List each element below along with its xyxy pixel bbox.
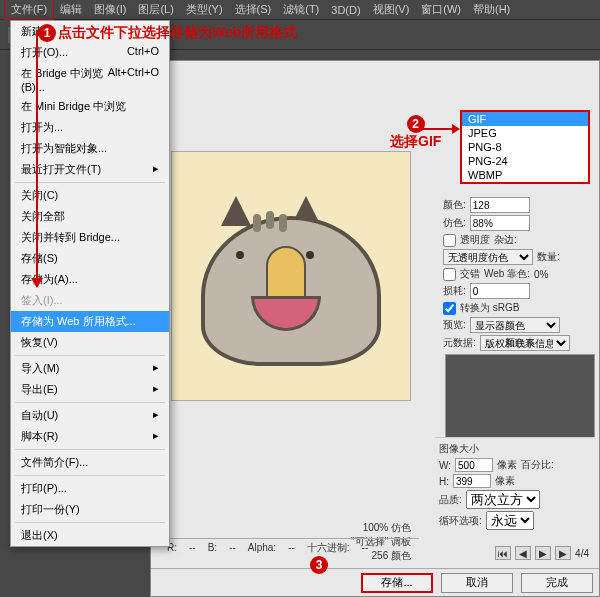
format-opt-gif[interactable]: GIF bbox=[462, 112, 588, 126]
dither-label: 仿色: bbox=[443, 216, 466, 230]
menu-fileinfo[interactable]: 文件简介(F)... bbox=[11, 452, 169, 473]
image-size-title: 图像大小 bbox=[439, 442, 591, 456]
color-table-title: 颜色表 bbox=[445, 336, 595, 350]
misc-label: 杂边: bbox=[494, 233, 517, 247]
menu-closebridge[interactable]: 关闭并转到 Bridge... bbox=[11, 227, 169, 248]
menu-closeall[interactable]: 关闭全部 bbox=[11, 206, 169, 227]
dither-input[interactable] bbox=[470, 215, 530, 231]
preview-label: 预览: bbox=[443, 318, 466, 332]
websnap-val: 0% bbox=[534, 269, 548, 280]
trans-label: 透明度 bbox=[460, 233, 490, 247]
loop-label: 循环选项: bbox=[439, 514, 482, 528]
format-opt-png8[interactable]: PNG-8 bbox=[462, 140, 588, 154]
annotation-arrowhead-1 bbox=[31, 278, 43, 288]
menubar: 文件(F) 编辑 图像(I) 图层(L) 类型(Y) 选择(S) 滤镜(T) 3… bbox=[0, 0, 600, 20]
frame-play-button[interactable]: ▶ bbox=[535, 546, 551, 560]
menu-minibridge[interactable]: 在 Mini Bridge 中浏览 bbox=[11, 96, 169, 117]
menu-revert[interactable]: 恢复(V) bbox=[11, 332, 169, 353]
annotation-1-badge: 1 bbox=[38, 24, 56, 42]
menu-opensmart[interactable]: 打开为智能对象... bbox=[11, 138, 169, 159]
menu-file[interactable]: 文件(F) bbox=[4, 0, 54, 20]
loop-select[interactable]: 永远 bbox=[486, 511, 534, 530]
colors-input[interactable] bbox=[470, 197, 530, 213]
interlace-label: 交错 bbox=[460, 267, 480, 281]
width-label: W: bbox=[439, 460, 451, 471]
frame-next-button[interactable]: ▶ bbox=[555, 546, 571, 560]
format-opt-jpeg[interactable]: JPEG bbox=[462, 126, 588, 140]
menu-view[interactable]: 视图(V) bbox=[367, 0, 416, 19]
qty-label: 数量: bbox=[537, 250, 560, 264]
pct-label: 百分比: bbox=[521, 458, 554, 472]
menu-auto[interactable]: 自动(U)▸ bbox=[11, 405, 169, 426]
menu-close[interactable]: 关闭(C) bbox=[11, 185, 169, 206]
done-button[interactable]: 完成 bbox=[521, 573, 593, 593]
menu-checkin: 签入(I)... bbox=[11, 290, 169, 311]
readout-hex: 十六进制: bbox=[307, 541, 350, 555]
format-dropdown[interactable]: GIF JPEG PNG-8 PNG-24 WBMP bbox=[460, 110, 590, 184]
preview-select[interactable]: 显示器颜色 bbox=[470, 317, 560, 333]
menu-3d[interactable]: 3D(D) bbox=[325, 2, 366, 18]
height-input[interactable] bbox=[453, 474, 491, 488]
menu-type[interactable]: 类型(Y) bbox=[180, 0, 229, 19]
annotation-arrow-1 bbox=[36, 30, 38, 283]
frame-first-button[interactable]: ⏮ bbox=[495, 546, 511, 560]
annotation-1: 1 点击文件下拉选择存储为Web所用格式 bbox=[38, 24, 297, 42]
menu-open[interactable]: 打开(O)...Ctrl+O bbox=[11, 42, 169, 63]
annotation-2-text: 选择GIF bbox=[390, 133, 441, 151]
menu-browse-bridge[interactable]: 在 Bridge 中浏览(B)...Alt+Ctrl+O bbox=[11, 63, 169, 96]
save-button[interactable]: 存储... bbox=[361, 573, 433, 593]
preview-canvas bbox=[171, 151, 411, 401]
color-readout: R:-- B:-- Alpha:-- 十六进制:-- bbox=[159, 538, 419, 556]
format-opt-png24[interactable]: PNG-24 bbox=[462, 154, 588, 168]
annotation-2-badge: 2 bbox=[407, 115, 425, 133]
menu-save[interactable]: 存储(S) bbox=[11, 248, 169, 269]
menu-window[interactable]: 窗口(W) bbox=[415, 0, 467, 19]
srgb-checkbox[interactable] bbox=[443, 302, 456, 315]
menu-import[interactable]: 导入(M)▸ bbox=[11, 358, 169, 379]
srgb-label: 转换为 sRGB bbox=[460, 301, 519, 315]
menu-edit[interactable]: 编辑 bbox=[54, 0, 88, 19]
menu-saveforweb[interactable]: 存储为 Web 所用格式... bbox=[11, 311, 169, 332]
menu-recent[interactable]: 最近打开文件(T)▸ bbox=[11, 159, 169, 180]
menu-filter[interactable]: 滤镜(T) bbox=[277, 0, 325, 19]
readout-alpha: Alpha: bbox=[248, 542, 276, 553]
trans-checkbox[interactable] bbox=[443, 234, 456, 247]
websnap-label: Web 靠色: bbox=[484, 267, 530, 281]
frame-nav: ⏮ ◀ ▶ ▶ 4/4 bbox=[495, 546, 589, 560]
annotation-2: 2 选择GIF bbox=[390, 115, 441, 151]
quality-select[interactable]: 两次立方 bbox=[466, 490, 540, 509]
dialog-buttons: 存储... 取消 完成 bbox=[151, 568, 599, 596]
trans-dither-select[interactable]: 无透明度仿色 bbox=[443, 249, 533, 265]
menu-export[interactable]: 导出(E)▸ bbox=[11, 379, 169, 400]
menu-help[interactable]: 帮助(H) bbox=[467, 0, 516, 19]
menu-select[interactable]: 选择(S) bbox=[229, 0, 278, 19]
info-dither: 100% 仿色 bbox=[171, 521, 411, 535]
menu-script[interactable]: 脚本(R)▸ bbox=[11, 426, 169, 447]
loss-input[interactable] bbox=[470, 283, 530, 299]
frame-prev-button[interactable]: ◀ bbox=[515, 546, 531, 560]
menu-openas[interactable]: 打开为... bbox=[11, 117, 169, 138]
annotation-1-text: 点击文件下拉选择存储为Web所用格式 bbox=[58, 24, 297, 42]
quality-label: 品质: bbox=[439, 493, 462, 507]
menu-image[interactable]: 图像(I) bbox=[88, 0, 132, 19]
loss-label: 损耗: bbox=[443, 284, 466, 298]
menu-print[interactable]: 打印(P)... bbox=[11, 478, 169, 499]
format-opt-wbmp[interactable]: WBMP bbox=[462, 168, 588, 182]
image-size-panel: 图像大小 W:像素百分比: H:像素 品质:两次立方 循环选项:永远 bbox=[435, 437, 595, 536]
width-input[interactable] bbox=[455, 458, 493, 472]
height-label: H: bbox=[439, 476, 449, 487]
frame-counter: 4/4 bbox=[575, 548, 589, 559]
annotation-3-badge: 3 bbox=[310, 556, 328, 574]
interlace-checkbox[interactable] bbox=[443, 268, 456, 281]
menu-exit[interactable]: 退出(X) bbox=[11, 525, 169, 546]
colors-label: 颜色: bbox=[443, 198, 466, 212]
readout-b: B: bbox=[208, 542, 217, 553]
menu-layer[interactable]: 图层(L) bbox=[132, 0, 179, 19]
cancel-button[interactable]: 取消 bbox=[441, 573, 513, 593]
menu-printone[interactable]: 打印一份(Y) bbox=[11, 499, 169, 520]
preview-image bbox=[191, 176, 391, 376]
